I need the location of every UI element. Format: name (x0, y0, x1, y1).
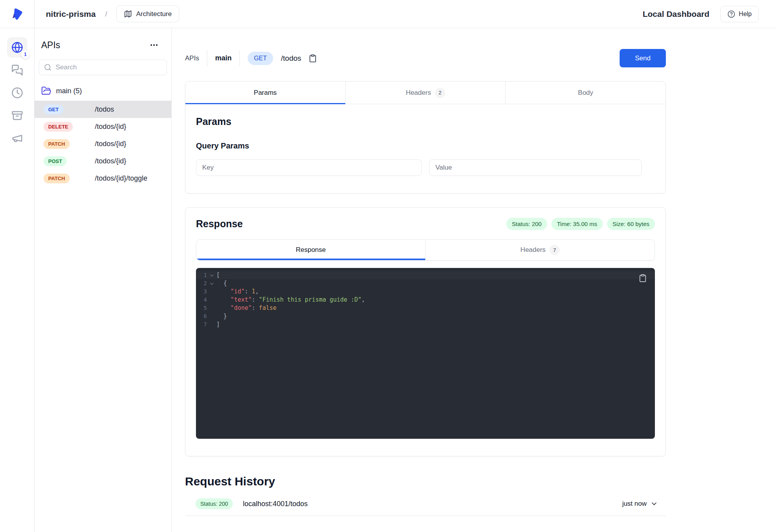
history-status-badge: Status: 200 (196, 498, 233, 509)
ellipsis-icon (149, 40, 159, 50)
project-name: nitric-prisma (46, 9, 96, 19)
app-header: nitric-prisma / Architecture Local Dashb… (0, 0, 776, 28)
send-button[interactable]: Send (620, 49, 666, 67)
code-line: 3"id": 1, (196, 288, 655, 296)
query-value-input[interactable] (429, 159, 642, 176)
code-line: 2{ (196, 279, 655, 288)
help-circle-icon (727, 10, 735, 18)
icon-rail: 1 (0, 28, 34, 532)
line-number: 3 (196, 288, 207, 296)
tab-response[interactable]: Response (196, 240, 426, 260)
fold-chevron-icon[interactable] (210, 273, 214, 277)
search-input[interactable] (56, 63, 162, 71)
endpoint-path: /todos (95, 105, 114, 114)
code-line: 1[ (196, 271, 655, 279)
method-badge: PATCH (44, 174, 70, 183)
response-meta: Status: 200 Time: 35.00 ms Size: 60 byte… (506, 218, 655, 230)
tab-label: Body (578, 89, 593, 97)
code-line: 7] (196, 320, 655, 329)
response-title: Response (196, 218, 243, 230)
rail-item-storage[interactable] (7, 105, 27, 126)
history-time: just now (622, 500, 647, 508)
help-button[interactable]: Help (720, 6, 759, 22)
history-title: Request History (185, 475, 666, 488)
breadcrumb-apis: APIs (185, 54, 199, 62)
endpoint-item[interactable]: POST/todos/{id} (34, 152, 171, 170)
endpoint-item[interactable]: PATCH/todos/{id}/toggle (34, 170, 171, 187)
clipboard-icon (308, 54, 317, 63)
line-number: 6 (196, 312, 207, 320)
endpoint-item[interactable]: PATCH/todos/{id} (34, 135, 171, 152)
breadcrumb-divider (239, 50, 240, 67)
line-number: 4 (196, 296, 207, 304)
logo-area[interactable] (0, 0, 34, 28)
breadcrumb-separator: / (105, 10, 107, 18)
query-params-title: Query Params (196, 141, 656, 150)
history-row[interactable]: Status: 200localhost:4001/todosjust now (185, 498, 666, 516)
breadcrumb-api-name: main (215, 54, 232, 62)
code-line: 6} (196, 312, 655, 320)
line-number: 7 (196, 320, 207, 329)
history-url: localhost:4001/todos (243, 500, 308, 508)
endpoint-path: /todos/{id} (95, 140, 126, 148)
code-text: { (216, 279, 227, 288)
tab-headers[interactable]: Headers2 (346, 81, 506, 104)
tab-label: Response (296, 246, 326, 254)
globe-icon (11, 42, 23, 53)
response-card: Response Status: 200 Time: 35.00 ms Size… (185, 207, 666, 456)
fold-chevron-icon[interactable] (210, 281, 214, 285)
main-panel: APIs main GET /todos Send ParamsHeaders2… (172, 28, 776, 532)
method-badge: GET (44, 105, 63, 114)
apis-sidebar: APIs main (5) GET/todosDELETE/todos/{id}… (34, 28, 172, 532)
endpoint-path: /todos/{id} (95, 157, 126, 165)
endpoint-list: GET/todosDELETE/todos/{id}PATCH/todos/{i… (34, 101, 171, 187)
method-badge: POST (44, 156, 67, 166)
code-text: [ (216, 271, 220, 279)
rail-item-apis[interactable]: 1 (7, 37, 27, 58)
request-card: ParamsHeaders2Body Params Query Params (185, 81, 666, 194)
endpoint-item[interactable]: GET/todos (34, 101, 171, 118)
code-line: 5"done": false (196, 304, 655, 312)
response-tabs: ResponseHeaders7 (196, 239, 655, 261)
copy-response-button[interactable] (638, 273, 648, 283)
tab-count-badge: 2 (435, 88, 445, 98)
tab-headers[interactable]: Headers7 (426, 240, 655, 260)
rail-item-websockets[interactable] (7, 60, 27, 80)
archive-box-icon (11, 110, 23, 121)
clipboard-icon (638, 274, 647, 282)
request-path: /todos (281, 54, 301, 63)
sidebar-title: APIs (41, 40, 60, 51)
request-breadcrumb: APIs main GET /todos (185, 50, 318, 67)
search-box (39, 60, 167, 75)
megaphone-icon (11, 132, 23, 144)
architecture-button[interactable]: Architecture (116, 5, 179, 22)
sidebar-menu-button[interactable] (148, 39, 160, 51)
chevron-down-icon (650, 500, 658, 508)
endpoint-path: /todos/{id} (95, 123, 126, 131)
line-number: 1 (196, 271, 207, 279)
history-expand-toggle[interactable]: just now (622, 500, 658, 508)
apis-count-badge: 1 (21, 50, 30, 59)
api-group-main[interactable]: main (5) (41, 86, 171, 96)
breadcrumb-divider (207, 50, 207, 67)
chat-bubbles-icon (11, 64, 23, 76)
code-line: 4"text": "Finish this prisma guide :D", (196, 296, 655, 304)
architecture-label: Architecture (136, 10, 172, 18)
tab-body[interactable]: Body (506, 81, 665, 104)
copy-path-button[interactable] (308, 53, 318, 63)
method-badge: PATCH (44, 139, 70, 149)
clock-icon (11, 87, 23, 99)
rail-item-schedules[interactable] (7, 83, 27, 103)
line-number: 5 (196, 304, 207, 312)
api-group-label: main (5) (56, 87, 82, 95)
tab-params[interactable]: Params (185, 81, 346, 104)
code-text: "id": 1, (216, 288, 259, 296)
history-list: Status: 200localhost:4001/todosjust now (185, 498, 666, 516)
rail-item-topics[interactable] (7, 128, 27, 148)
tab-label: Params (254, 89, 277, 97)
endpoint-item[interactable]: DELETE/todos/{id} (34, 118, 171, 135)
tab-label: Headers (406, 89, 431, 97)
code-text: "text": "Finish this prisma guide :D", (216, 296, 365, 304)
folder-icon (41, 86, 51, 96)
query-key-input[interactable] (196, 159, 422, 176)
